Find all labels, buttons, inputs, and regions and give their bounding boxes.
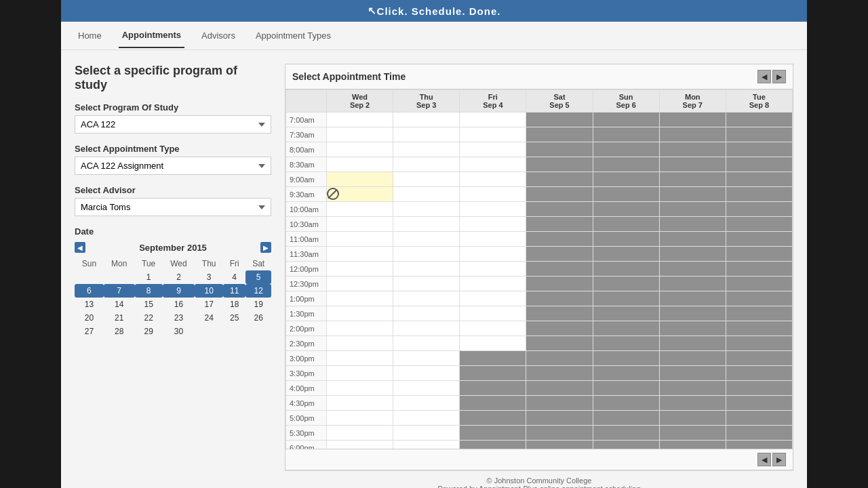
scheduler-cell[interactable] bbox=[327, 142, 393, 157]
scheduler-cell[interactable] bbox=[460, 202, 526, 217]
calendar-prev-btn[interactable]: ◀ bbox=[75, 242, 85, 253]
calendar-day[interactable]: 14 bbox=[104, 298, 135, 311]
scheduler-cell[interactable] bbox=[460, 336, 526, 351]
scheduler-cell[interactable] bbox=[393, 396, 460, 411]
scheduler-cell[interactable] bbox=[327, 441, 393, 449]
scheduler-cell[interactable] bbox=[327, 217, 393, 232]
scheduler-cell[interactable] bbox=[460, 127, 526, 142]
nav-appointment-types[interactable]: Appointment Types bbox=[252, 24, 334, 47]
scheduler-cell[interactable] bbox=[327, 232, 393, 247]
scheduler-cell[interactable] bbox=[327, 247, 393, 262]
scheduler-cell[interactable] bbox=[460, 277, 526, 291]
calendar-day[interactable]: 10 bbox=[195, 284, 223, 298]
scheduler-cell[interactable] bbox=[460, 321, 526, 336]
scheduler-cell[interactable] bbox=[393, 262, 460, 277]
calendar-day[interactable]: 18 bbox=[223, 298, 245, 311]
calendar-day[interactable]: 4 bbox=[223, 270, 245, 284]
scheduler-cell[interactable] bbox=[460, 113, 526, 127]
nav-appointments[interactable]: Appointments bbox=[119, 23, 184, 48]
scheduler-cell[interactable] bbox=[460, 291, 526, 306]
calendar-day[interactable]: 28 bbox=[104, 325, 135, 338]
scheduler-cell[interactable] bbox=[393, 172, 460, 187]
scheduler-cell[interactable] bbox=[460, 217, 526, 232]
scheduler-cell[interactable] bbox=[327, 396, 393, 411]
scheduler-cell[interactable] bbox=[460, 306, 526, 321]
scheduler-cell[interactable] bbox=[327, 321, 393, 336]
scheduler-cell[interactable] bbox=[393, 277, 460, 291]
scheduler-cell[interactable] bbox=[327, 113, 393, 127]
calendar-day[interactable]: 7 bbox=[104, 284, 135, 298]
scheduler-cell[interactable] bbox=[327, 127, 393, 142]
program-select[interactable]: ACA 122 bbox=[75, 115, 271, 134]
calendar-day[interactable]: 22 bbox=[135, 311, 163, 325]
scheduler-footer-prev-btn[interactable]: ◀ bbox=[757, 453, 771, 466]
scheduler-cell[interactable] bbox=[327, 411, 393, 426]
scheduler-cell[interactable] bbox=[393, 187, 460, 202]
calendar-day[interactable]: 3 bbox=[195, 270, 223, 284]
calendar-day[interactable]: 2 bbox=[163, 270, 195, 284]
scheduler-cell[interactable] bbox=[393, 202, 460, 217]
calendar-day[interactable]: 15 bbox=[135, 298, 163, 311]
scheduler-cell[interactable] bbox=[460, 157, 526, 172]
scheduler-cell[interactable] bbox=[327, 426, 393, 441]
calendar-day[interactable]: 12 bbox=[245, 284, 271, 298]
scheduler-cell[interactable] bbox=[460, 142, 526, 157]
calendar-day[interactable]: 25 bbox=[223, 311, 245, 325]
type-select[interactable]: ACA 122 Assignment bbox=[75, 157, 271, 175]
scheduler-cell[interactable] bbox=[393, 232, 460, 247]
calendar-day[interactable]: 16 bbox=[163, 298, 195, 311]
scheduler-cell[interactable] bbox=[327, 366, 393, 381]
advisor-select[interactable]: Marcia Toms bbox=[75, 198, 271, 216]
scheduler-cell[interactable] bbox=[393, 441, 460, 449]
scheduler-cell[interactable] bbox=[393, 217, 460, 232]
scheduler-cell[interactable] bbox=[393, 306, 460, 321]
scheduler-cell[interactable] bbox=[393, 336, 460, 351]
scheduler-cell[interactable] bbox=[393, 366, 460, 381]
scheduler-cell[interactable] bbox=[393, 157, 460, 172]
scheduler-cell[interactable] bbox=[393, 247, 460, 262]
scheduler-cell[interactable] bbox=[393, 291, 460, 306]
calendar-day[interactable]: 6 bbox=[75, 284, 104, 298]
nav-home[interactable]: Home bbox=[75, 24, 105, 47]
calendar-day[interactable]: 24 bbox=[195, 311, 223, 325]
nav-advisors[interactable]: Advisors bbox=[198, 24, 239, 47]
scheduler-cell[interactable] bbox=[327, 381, 393, 396]
calendar-day[interactable]: 13 bbox=[75, 298, 104, 311]
calendar-day[interactable]: 8 bbox=[135, 284, 163, 298]
scheduler-cell[interactable] bbox=[327, 291, 393, 306]
scheduler-prev-btn[interactable]: ◀ bbox=[757, 70, 771, 83]
scheduler-cell[interactable] bbox=[393, 142, 460, 157]
calendar-day[interactable]: 29 bbox=[135, 325, 163, 338]
scheduler-cell[interactable] bbox=[393, 351, 460, 366]
scheduler-cell[interactable] bbox=[327, 202, 393, 217]
calendar-day[interactable]: 27 bbox=[75, 325, 104, 338]
scheduler-cell[interactable] bbox=[327, 306, 393, 321]
scheduler-cell[interactable] bbox=[393, 381, 460, 396]
scheduler-cell[interactable] bbox=[327, 172, 393, 187]
calendar-day[interactable]: 1 bbox=[135, 270, 163, 284]
scheduler-cell[interactable] bbox=[393, 411, 460, 426]
scheduler-cell[interactable] bbox=[460, 232, 526, 247]
calendar-day[interactable]: 20 bbox=[75, 311, 104, 325]
scheduler-cell[interactable] bbox=[393, 127, 460, 142]
scheduler-cell[interactable] bbox=[327, 277, 393, 291]
scheduler-cell[interactable] bbox=[327, 187, 393, 202]
scheduler-footer-next-btn[interactable]: ▶ bbox=[772, 453, 786, 466]
calendar-day[interactable]: 21 bbox=[104, 311, 135, 325]
scheduler-cell[interactable] bbox=[393, 426, 460, 441]
scheduler-cell[interactable] bbox=[460, 187, 526, 202]
scheduler-cell[interactable] bbox=[460, 172, 526, 187]
scheduler-cell[interactable] bbox=[327, 157, 393, 172]
calendar-next-btn[interactable]: ▶ bbox=[260, 242, 271, 253]
scheduler-cell[interactable] bbox=[393, 113, 460, 127]
scheduler-cell[interactable] bbox=[460, 262, 526, 277]
calendar-day[interactable]: 11 bbox=[223, 284, 245, 298]
scheduler-next-btn[interactable]: ▶ bbox=[772, 70, 786, 83]
calendar-day[interactable]: 9 bbox=[163, 284, 195, 298]
scheduler-cell[interactable] bbox=[327, 262, 393, 277]
scheduler-cell[interactable] bbox=[327, 351, 393, 366]
calendar-day[interactable]: 19 bbox=[245, 298, 271, 311]
scheduler-cell[interactable] bbox=[460, 247, 526, 262]
calendar-day[interactable]: 17 bbox=[195, 298, 223, 311]
calendar-day[interactable]: 23 bbox=[163, 311, 195, 325]
